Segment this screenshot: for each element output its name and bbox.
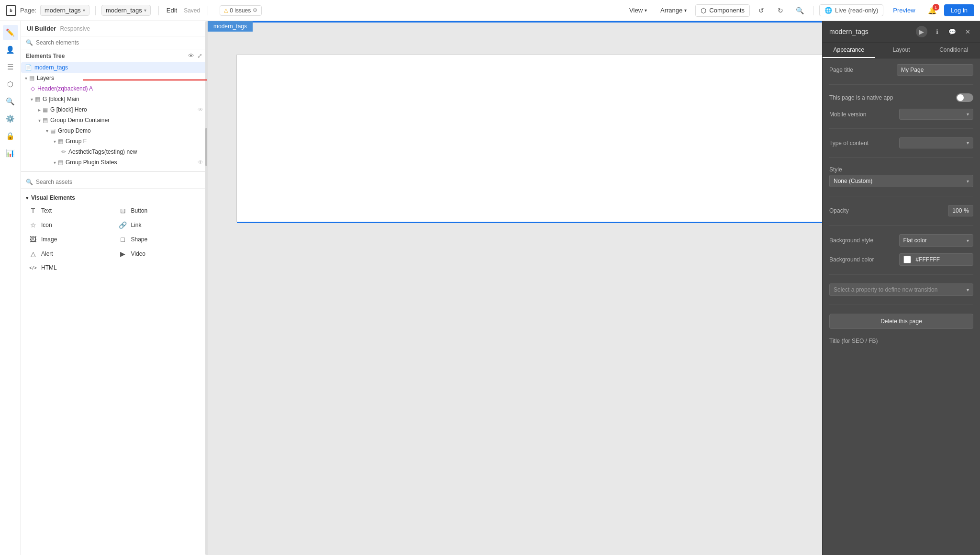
search-button[interactable]: 🔍	[792, 3, 807, 18]
tab-appearance[interactable]: Appearance	[823, 43, 875, 58]
link-element-icon: 🔗	[119, 221, 127, 229]
alert-element-label: Alert	[41, 250, 53, 257]
element-video[interactable]: ▶ Video	[115, 247, 204, 261]
icon-element-icon: ☆	[29, 221, 37, 229]
view-button[interactable]: View ▾	[624, 5, 652, 16]
tab-layout[interactable]: Layout	[875, 43, 928, 58]
responsive-label: Responsive	[60, 25, 90, 32]
demo-container-chevron-icon: ▾	[38, 118, 41, 123]
button-element-icon: ⊡	[119, 207, 127, 215]
native-app-toggle[interactable]	[956, 93, 973, 102]
arrange-button[interactable]: Arrange ▾	[656, 5, 691, 16]
text-element-label: Text	[41, 207, 52, 214]
g-main-chevron-icon: ▾	[31, 97, 33, 102]
nav-hex-icon[interactable]: ⬡	[3, 77, 18, 92]
bg-color-row: Background color #FFFFFF	[829, 253, 973, 266]
page-name2-dropdown[interactable]: modern_tags ▾	[101, 5, 151, 16]
delete-page-button[interactable]: Delete this page	[829, 314, 973, 329]
demo-container-icon: ▤	[43, 117, 48, 124]
demo-container-label: Group Demo Container	[50, 117, 110, 124]
topbar: b Page: modern_tags ▾ modern_tags ▾ Edit…	[0, 0, 980, 21]
element-icon[interactable]: ☆ Icon	[25, 218, 114, 232]
components-cube-icon: ⬡	[701, 7, 706, 14]
nav-settings-icon[interactable]: ⚙️	[3, 111, 18, 126]
nav-privacy-icon[interactable]: 🔒	[3, 128, 18, 144]
shape-element-icon: □	[119, 236, 127, 243]
tree-icons: 👁 ⤢	[188, 52, 202, 59]
preview-button[interactable]: Preview	[887, 5, 921, 16]
issues-indicator[interactable]: △ 0 issues ⚙	[220, 5, 262, 16]
tree-demo[interactable]: ▾ ▤ Group Demo	[21, 125, 207, 136]
element-shape[interactable]: □ Shape	[115, 233, 204, 246]
tree-g-hero[interactable]: ▸ ▦ G [block] Hero 👁	[21, 104, 207, 115]
tab-conditional[interactable]: Conditional	[927, 43, 980, 58]
element-image[interactable]: 🖼 Image	[25, 233, 114, 246]
seo-label: Title (for SEO / FB)	[829, 338, 973, 344]
g-hero-eye-icon: 👁	[198, 106, 203, 113]
play-button[interactable]: ▶	[916, 26, 927, 37]
plugin-states-eye-icon: 👁	[198, 159, 203, 166]
canvas-tab[interactable]: modern_tags	[208, 21, 253, 32]
nav-chart-icon[interactable]: 📊	[3, 146, 18, 161]
left-scrollbar-thumb	[205, 128, 207, 166]
style-select[interactable]: None (Custom) ▾	[829, 175, 973, 187]
nav-user-icon[interactable]: 👤	[3, 42, 18, 57]
expand-icon[interactable]: ⤢	[197, 52, 202, 59]
rp-divider-1	[829, 84, 973, 85]
element-html[interactable]: </> HTML	[25, 261, 114, 274]
tree-group-f[interactable]: ▾ ▦ Group F	[21, 136, 207, 147]
nav-list-icon[interactable]: ☰	[3, 59, 18, 75]
assets-search-input[interactable]	[36, 179, 202, 185]
type-of-content-select[interactable]: ▾	[899, 137, 974, 148]
element-button[interactable]: ⊡ Button	[115, 204, 204, 217]
g-main-label: G [block] Main	[43, 96, 79, 102]
close-button[interactable]: ✕	[962, 26, 973, 37]
visual-elements-label: Visual Elements	[31, 194, 75, 201]
demo-label: Group Demo	[58, 127, 91, 134]
bg-color-input[interactable]: #FFFFFF	[899, 253, 974, 266]
right-panel-title: modern_tags	[829, 28, 869, 35]
tree-root-item[interactable]: 📄 modern_tags	[21, 62, 207, 73]
element-text[interactable]: T Text	[25, 204, 114, 217]
g-hero-chevron-icon: ▸	[38, 107, 41, 113]
login-button[interactable]: Log in	[944, 4, 974, 16]
issues-count: 0 issues	[230, 7, 251, 14]
live-button[interactable]: 🌐 Live (read-only)	[819, 4, 883, 16]
visual-elements-header[interactable]: ▾ Visual Elements	[21, 193, 207, 203]
tree-header-item[interactable]: ◇ Header(zqbackend) A	[21, 83, 207, 94]
tree-aesthetic-tags[interactable]: ✏ AestheticTags(testing) new	[21, 147, 207, 157]
components-button[interactable]: ⬡ Components	[695, 4, 750, 17]
transition-selector[interactable]: Select a property to define new transiti…	[829, 283, 973, 296]
plugin-states-chevron-icon: ▾	[54, 160, 56, 165]
diamond-icon: ◇	[31, 85, 35, 92]
redo-button[interactable]: ↻	[773, 3, 788, 18]
comment-button[interactable]: 💬	[947, 26, 958, 37]
element-link[interactable]: 🔗 Link	[115, 218, 204, 232]
tree-layers-group[interactable]: ▾ ▤ Layers	[21, 73, 207, 83]
rp-divider-5	[829, 225, 973, 226]
transition-chevron-icon: ▾	[967, 287, 969, 293]
left-scrollbar[interactable]	[205, 21, 207, 555]
edit-label[interactable]: Edit	[167, 7, 177, 14]
nav-edit-icon[interactable]: ✏️	[3, 25, 18, 40]
tree-g-main[interactable]: ▾ ▦ G [block] Main	[21, 94, 207, 104]
page-name-dropdown[interactable]: modern_tags ▾	[40, 5, 89, 16]
logo: b	[6, 5, 16, 16]
nav-layers-icon[interactable]: 🔍	[3, 94, 18, 109]
element-alert[interactable]: △ Alert	[25, 247, 114, 261]
g-hero-icon: ▦	[43, 106, 48, 113]
mobile-version-select[interactable]: ▾	[899, 109, 974, 120]
element-search-input[interactable]	[36, 39, 202, 46]
opacity-value-display[interactable]: 100 %	[948, 205, 973, 216]
style-section: Style None (Custom) ▾	[829, 166, 973, 187]
page-title-input[interactable]	[897, 64, 973, 76]
panel-header: UI Builder Responsive	[21, 21, 207, 36]
tree-demo-container[interactable]: ▾ ▤ Group Demo Container	[21, 115, 207, 125]
undo-button[interactable]: ↺	[754, 3, 769, 18]
notification-badge: 1	[933, 4, 939, 11]
tree-plugin-states[interactable]: ▾ ▤ Group Plugin States 👁	[21, 157, 207, 168]
visual-elements-section: ▾ Visual Elements T Text ⊡ Button ☆ Icon	[21, 189, 207, 279]
info-button[interactable]: ℹ	[931, 26, 943, 37]
eye-icon[interactable]: 👁	[188, 52, 194, 59]
bg-style-select[interactable]: Flat color ▾	[899, 234, 974, 247]
